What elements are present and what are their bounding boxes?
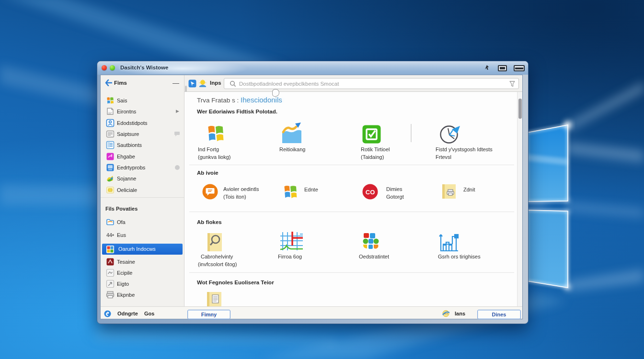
svg-text:CO: CO bbox=[366, 189, 375, 196]
svg-text:44: 44 bbox=[106, 232, 113, 238]
